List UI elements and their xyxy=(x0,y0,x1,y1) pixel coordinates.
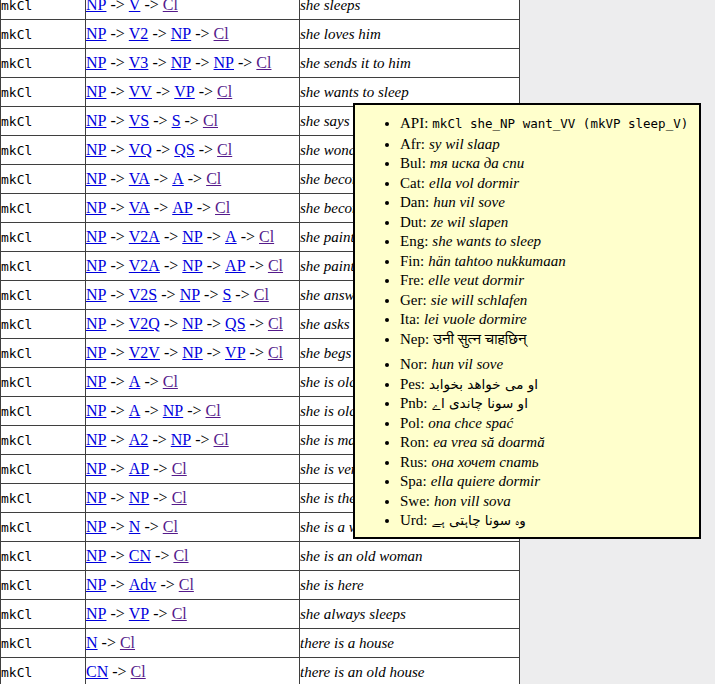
rule-link[interactable]: AP xyxy=(129,460,149,477)
rule-link[interactable]: V3 xyxy=(129,54,149,71)
rule-link[interactable]: Cl xyxy=(163,518,178,535)
rule-link[interactable]: Cl xyxy=(172,460,187,477)
rule-link[interactable]: VV xyxy=(129,83,152,100)
rule-link[interactable]: NP xyxy=(86,402,106,419)
rule-link[interactable]: NP xyxy=(86,199,106,216)
rule-link[interactable]: VP xyxy=(129,605,149,622)
rule-link[interactable]: NP xyxy=(86,518,106,535)
rule-link[interactable]: Cl xyxy=(268,315,283,332)
rule-link[interactable]: V2A xyxy=(129,257,160,274)
language-label: API: xyxy=(400,115,428,131)
rule-link[interactable]: Cl xyxy=(179,576,194,593)
rule-link[interactable]: A xyxy=(225,228,237,245)
rule-link[interactable]: Cl xyxy=(173,547,188,564)
rule-link[interactable]: NP xyxy=(86,605,106,622)
rule-link[interactable]: NP xyxy=(86,489,106,506)
rule-link[interactable]: NP xyxy=(86,576,106,593)
rule-link[interactable]: NP xyxy=(182,228,202,245)
rule-link[interactable]: QS xyxy=(174,141,194,158)
rule-link[interactable]: VQ xyxy=(129,141,152,158)
rule-link[interactable]: Cl xyxy=(215,199,230,216)
rule-link[interactable]: VP xyxy=(174,83,194,100)
rule-link[interactable]: NP xyxy=(86,286,106,303)
rule-link[interactable]: Adv xyxy=(129,576,157,593)
rule-link[interactable]: NP xyxy=(86,547,106,564)
rule-link[interactable]: NP xyxy=(86,431,106,448)
rule-link[interactable]: N xyxy=(129,518,141,535)
rule-link[interactable]: NP xyxy=(182,257,202,274)
rule-link[interactable]: Cl xyxy=(268,257,283,274)
rule-link[interactable]: Cl xyxy=(217,83,232,100)
rule-link[interactable]: Cl xyxy=(256,54,271,71)
rule-link[interactable]: QS xyxy=(225,315,245,332)
rule-link[interactable]: NP xyxy=(171,431,191,448)
example-cell: there is an old house xyxy=(300,658,520,684)
rule-link[interactable]: NP xyxy=(86,344,106,361)
rule-link[interactable]: NP xyxy=(86,460,106,477)
rule-link[interactable]: CN xyxy=(86,663,108,680)
rule-link[interactable]: AP xyxy=(172,199,192,216)
rule-link[interactable]: NP xyxy=(182,344,202,361)
rule-link[interactable]: Cl xyxy=(206,402,221,419)
rule-link[interactable]: Cl xyxy=(172,605,187,622)
rule-link[interactable]: NP xyxy=(86,315,106,332)
arrow-separator: -> xyxy=(153,489,167,506)
rule-link[interactable]: NP xyxy=(86,170,106,187)
rule-link[interactable]: VA xyxy=(129,199,150,216)
rule-link[interactable]: Cl xyxy=(206,170,221,187)
rule-link[interactable]: S xyxy=(172,112,181,129)
rule-link[interactable]: Cl xyxy=(163,373,178,390)
rule-link[interactable]: Cl xyxy=(268,344,283,361)
rule-link[interactable]: NP xyxy=(86,83,106,100)
rule-link[interactable]: NP xyxy=(86,54,106,71)
rule-link[interactable]: NP xyxy=(180,286,200,303)
translation-text: ella vol dormir xyxy=(429,175,519,191)
rule-link[interactable]: NP xyxy=(86,228,106,245)
rule-link[interactable]: Cl xyxy=(120,634,135,651)
rule-link[interactable]: A xyxy=(129,373,141,390)
rule-link[interactable]: Cl xyxy=(163,0,178,13)
rule-link[interactable]: V2 xyxy=(129,25,149,42)
rule-link[interactable]: V2A xyxy=(129,228,160,245)
rule-link[interactable]: NP xyxy=(86,0,106,13)
rule-link[interactable]: NP xyxy=(86,112,106,129)
rule-link[interactable]: A2 xyxy=(129,431,149,448)
rule-link[interactable]: A xyxy=(129,402,141,419)
rule-link[interactable]: VS xyxy=(129,112,149,129)
translation-item: Fin:hän tahtoo nukkumaan xyxy=(400,252,697,271)
rule-link[interactable]: VA xyxy=(129,170,150,187)
rule-link[interactable]: V2Q xyxy=(129,315,160,332)
rule-link[interactable]: Cl xyxy=(254,286,269,303)
rule-link[interactable]: Cl xyxy=(214,25,229,42)
rule-link[interactable]: Cl xyxy=(203,112,218,129)
rule-link[interactable]: NP xyxy=(86,25,106,42)
rule-link[interactable]: CN xyxy=(129,547,151,564)
rule-link[interactable]: AP xyxy=(225,257,245,274)
rule-link[interactable]: V2V xyxy=(129,344,160,361)
rule-link[interactable]: Cl xyxy=(259,228,274,245)
rule-link[interactable]: Cl xyxy=(172,489,187,506)
arrow-separator: -> xyxy=(199,141,213,158)
rule-link[interactable]: NP xyxy=(171,54,191,71)
rule-link[interactable]: NP xyxy=(171,25,191,42)
language-label: Fre: xyxy=(400,272,424,288)
translation-item: Fre:elle veut dormir xyxy=(400,271,697,290)
rule-link[interactable]: Cl xyxy=(217,141,232,158)
rule-link[interactable]: NP xyxy=(86,141,106,158)
rule-link[interactable]: NP xyxy=(214,54,234,71)
rule-link[interactable]: NP xyxy=(129,489,149,506)
rule-link[interactable]: Cl xyxy=(131,663,146,680)
rule-link[interactable]: NP xyxy=(163,402,183,419)
rule-link[interactable]: V xyxy=(129,0,141,13)
rule-link[interactable]: NP xyxy=(182,315,202,332)
rule-link[interactable]: N xyxy=(86,634,98,651)
rule-link[interactable]: S xyxy=(222,286,231,303)
function-name: mkCl xyxy=(1,252,86,281)
rule-link[interactable]: VP xyxy=(225,344,245,361)
rule-link[interactable]: A xyxy=(172,170,184,187)
rule-link[interactable]: V2S xyxy=(129,286,157,303)
rule-link[interactable]: NP xyxy=(86,373,106,390)
rule-link[interactable]: Cl xyxy=(214,431,229,448)
rule-link[interactable]: NP xyxy=(86,257,106,274)
arrow-separator: -> xyxy=(110,460,124,477)
